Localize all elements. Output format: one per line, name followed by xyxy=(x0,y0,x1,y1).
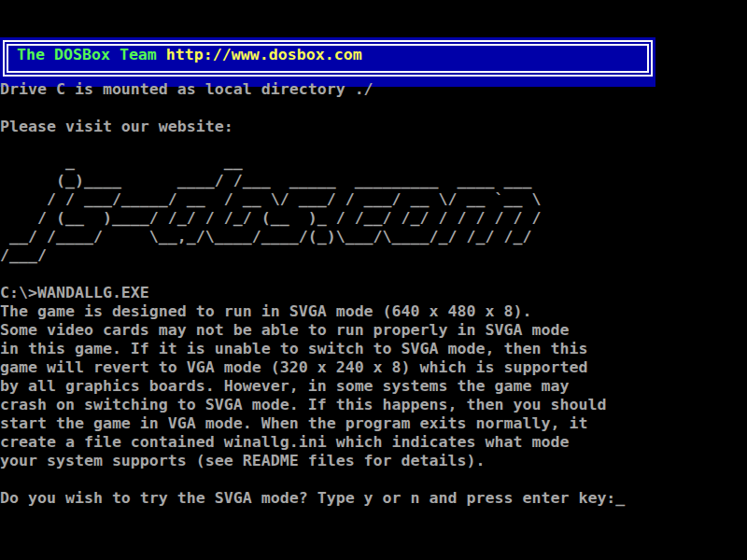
dosbox-team-label: The DOSBox Team xyxy=(17,46,166,63)
drive-mount-status-line: Drive C is mounted as local directory ./ xyxy=(0,80,374,99)
svga-prompt-text: Do you wish to try the SVGA mode? Type y… xyxy=(0,489,615,507)
svga-prompt-line[interactable]: Do you wish to try the SVGA mode? Type y… xyxy=(0,489,625,508)
banner-text: The DOSBox Team http://www.dosbox.com xyxy=(17,46,362,64)
dosbox-url-text: http://www.dosbox.com xyxy=(166,46,362,63)
text-cursor[interactable]: _ xyxy=(615,489,625,507)
dos-terminal-screen[interactable]: The DOSBox Team http://www.dosbox.com Dr… xyxy=(0,0,747,560)
svga-mode-message: The game is designed to run in SVGA mode… xyxy=(0,302,606,470)
jsdos-ascii-logo: _ __ (_)____ ____/ /___ _____ _________ … xyxy=(0,153,541,265)
dos-command-line: C:\>WANDALLG.EXE xyxy=(0,284,149,302)
visit-website-line: Please visit our website: xyxy=(0,118,233,136)
